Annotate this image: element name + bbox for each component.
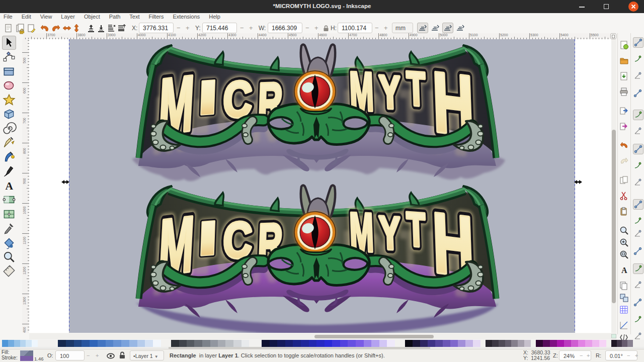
svg-text:A: A [621,266,627,275]
svg-text:A: A [5,180,13,192]
